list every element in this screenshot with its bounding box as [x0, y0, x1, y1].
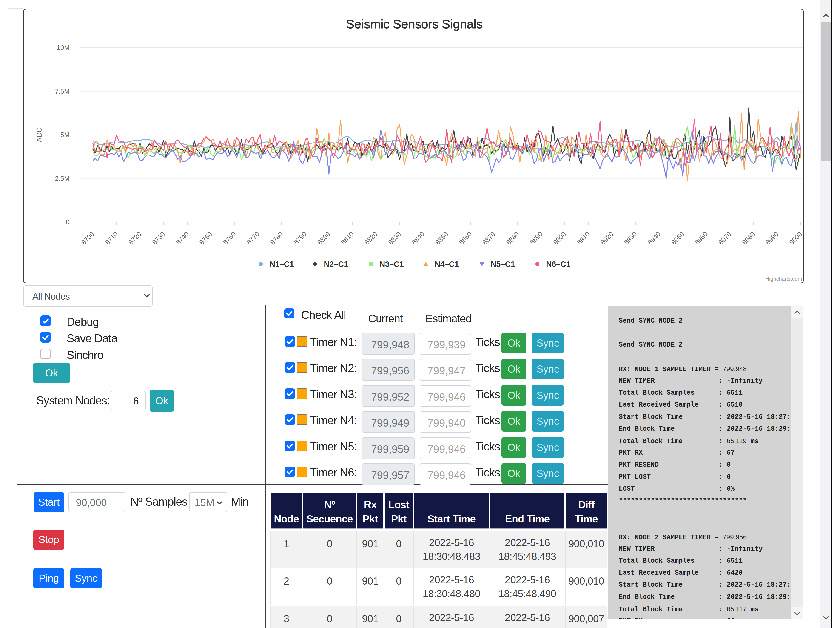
- svg-text:Highcharts.com: Highcharts.com: [765, 276, 802, 282]
- svg-text:8750: 8750: [198, 230, 213, 246]
- svg-text:8910: 8910: [575, 230, 591, 246]
- svg-text:0: 0: [66, 218, 69, 226]
- svg-text:2.5M: 2.5M: [55, 175, 69, 182]
- svg-text:8830: 8830: [387, 230, 403, 246]
- svg-text:7.5M: 7.5M: [55, 88, 69, 95]
- svg-text:8930: 8930: [622, 230, 638, 246]
- svg-text:8920: 8920: [599, 230, 615, 246]
- svg-text:8940: 8940: [646, 230, 662, 246]
- svg-text:8740: 8740: [174, 230, 190, 246]
- svg-text:8960: 8960: [693, 230, 709, 246]
- svg-text:8900: 8900: [552, 230, 567, 246]
- svg-text:8780: 8780: [268, 230, 284, 246]
- svg-text:9000: 9000: [788, 230, 804, 246]
- svg-text:5M: 5M: [60, 131, 69, 138]
- svg-text:N2–C1: N2–C1: [324, 259, 348, 268]
- svg-text:8770: 8770: [245, 230, 261, 246]
- svg-text:8810: 8810: [339, 230, 355, 246]
- svg-text:8820: 8820: [363, 230, 379, 246]
- svg-text:N5–C1: N5–C1: [491, 259, 515, 268]
- svg-text:ADC: ADC: [35, 127, 43, 142]
- svg-text:8850: 8850: [434, 230, 450, 246]
- svg-text:8730: 8730: [151, 230, 166, 246]
- svg-text:8790: 8790: [292, 230, 308, 246]
- svg-text:N4–C1: N4–C1: [434, 259, 459, 268]
- svg-text:8710: 8710: [104, 230, 119, 246]
- svg-text:8720: 8720: [127, 230, 143, 246]
- svg-text:N3–C1: N3–C1: [379, 259, 404, 268]
- svg-text:Seismic Sensors Signals: Seismic Sensors Signals: [346, 17, 483, 31]
- svg-text:8840: 8840: [410, 230, 426, 246]
- svg-text:8760: 8760: [221, 230, 237, 246]
- svg-text:8950: 8950: [670, 230, 685, 246]
- svg-text:N1–C1: N1–C1: [270, 259, 294, 268]
- svg-text:8870: 8870: [481, 230, 497, 246]
- svg-text:8880: 8880: [505, 230, 520, 246]
- svg-text:8860: 8860: [458, 230, 473, 246]
- svg-text:N6–C1: N6–C1: [546, 259, 570, 268]
- svg-text:8700: 8700: [80, 230, 96, 246]
- svg-text:8980: 8980: [741, 230, 756, 246]
- svg-text:8990: 8990: [764, 230, 780, 246]
- svg-text:8970: 8970: [717, 230, 733, 246]
- svg-text:10M: 10M: [57, 44, 69, 51]
- svg-text:8800: 8800: [316, 230, 332, 246]
- svg-text:8890: 8890: [528, 230, 544, 246]
